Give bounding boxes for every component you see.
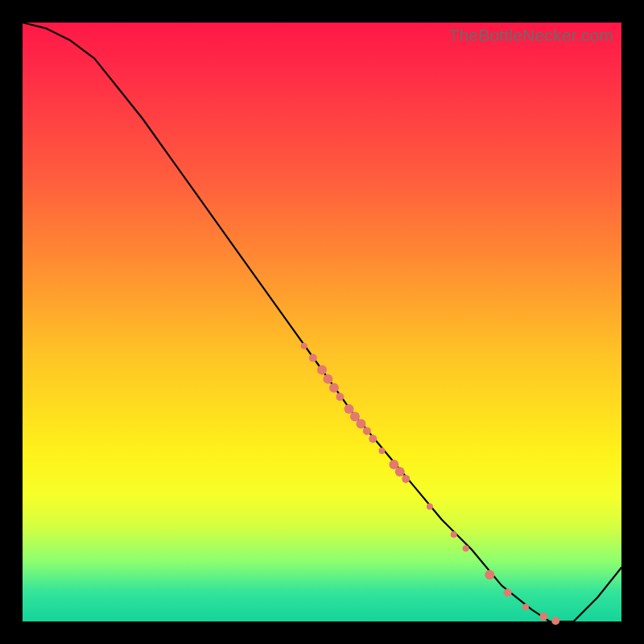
chart-svg: [23, 23, 621, 621]
data-point: [451, 531, 457, 538]
data-point: [427, 503, 433, 510]
data-point: [395, 467, 405, 477]
data-point: [378, 448, 385, 454]
data-point: [309, 354, 317, 362]
data-point: [522, 604, 529, 610]
data-point: [402, 475, 410, 483]
data-point: [301, 343, 308, 349]
data-point: [539, 613, 547, 621]
data-point: [363, 427, 371, 435]
chart-plot-area: TheBottleNecker.com: [23, 23, 621, 621]
data-point: [485, 570, 494, 580]
data-point: [463, 545, 469, 551]
data-point: [323, 374, 332, 384]
data-point: [336, 393, 344, 401]
data-point: [345, 404, 354, 414]
data-point: [504, 588, 512, 597]
data-point: [369, 435, 377, 443]
data-point: [551, 617, 559, 625]
data-point: [317, 365, 327, 375]
data-point: [329, 383, 339, 393]
data-points-group: [301, 343, 560, 625]
bottleneck-curve: [23, 23, 621, 621]
chart-outer-frame: TheBottleNecker.com: [0, 0, 644, 644]
data-point: [356, 419, 365, 429]
